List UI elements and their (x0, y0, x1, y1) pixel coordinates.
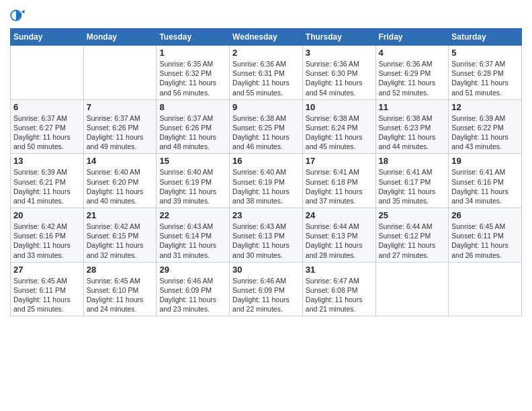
day-number: 25 (379, 210, 446, 220)
calendar-day-header: Wednesday (230, 29, 303, 46)
calendar-cell: 30Sunrise: 6:46 AM Sunset: 6:09 PM Dayli… (230, 262, 303, 316)
day-info: Sunrise: 6:46 AM Sunset: 6:09 PM Dayligh… (232, 276, 300, 314)
day-info: Sunrise: 6:47 AM Sunset: 6:08 PM Dayligh… (306, 276, 373, 314)
day-info: Sunrise: 6:37 AM Sunset: 6:27 PM Dayligh… (13, 113, 81, 152)
calendar-cell: 2Sunrise: 6:36 AM Sunset: 6:31 PM Daylig… (230, 46, 303, 100)
day-info: Sunrise: 6:46 AM Sunset: 6:09 PM Dayligh… (159, 276, 226, 314)
calendar-cell: 19Sunrise: 6:41 AM Sunset: 6:16 PM Dayli… (449, 154, 522, 208)
day-number: 17 (306, 156, 373, 166)
day-info: Sunrise: 6:40 AM Sunset: 6:20 PM Dayligh… (87, 167, 154, 205)
calendar-week-row: 13Sunrise: 6:39 AM Sunset: 6:21 PM Dayli… (11, 154, 522, 208)
calendar-cell: 23Sunrise: 6:43 AM Sunset: 6:13 PM Dayli… (230, 208, 303, 263)
calendar-cell: 21Sunrise: 6:42 AM Sunset: 6:15 PM Dayli… (83, 208, 157, 263)
day-info: Sunrise: 6:44 AM Sunset: 6:12 PM Dayligh… (379, 222, 446, 260)
calendar-cell: 8Sunrise: 6:37 AM Sunset: 6:26 PM Daylig… (157, 99, 230, 154)
day-number: 15 (159, 156, 226, 166)
day-number: 13 (13, 156, 81, 166)
calendar-cell: 5Sunrise: 6:37 AM Sunset: 6:28 PM Daylig… (449, 46, 522, 100)
day-info: Sunrise: 6:43 AM Sunset: 6:13 PM Dayligh… (232, 222, 300, 260)
logo-icon (10, 8, 25, 23)
day-number: 14 (87, 156, 154, 166)
day-number: 30 (232, 265, 300, 275)
day-number: 20 (13, 210, 81, 220)
day-info: Sunrise: 6:36 AM Sunset: 6:29 PM Dayligh… (379, 59, 446, 97)
day-number: 6 (13, 102, 81, 112)
day-info: Sunrise: 6:39 AM Sunset: 6:22 PM Dayligh… (451, 113, 519, 152)
calendar-cell (449, 262, 522, 316)
day-number: 4 (379, 48, 446, 58)
day-number: 11 (379, 102, 446, 112)
day-number: 9 (232, 102, 300, 112)
day-number: 16 (232, 156, 300, 166)
day-number: 23 (232, 210, 300, 220)
day-number: 31 (306, 265, 373, 275)
calendar-cell: 9Sunrise: 6:38 AM Sunset: 6:25 PM Daylig… (230, 99, 303, 154)
calendar-day-header: Friday (375, 29, 449, 46)
day-info: Sunrise: 6:37 AM Sunset: 6:26 PM Dayligh… (159, 113, 226, 152)
day-info: Sunrise: 6:38 AM Sunset: 6:25 PM Dayligh… (232, 113, 300, 152)
day-info: Sunrise: 6:38 AM Sunset: 6:23 PM Dayligh… (379, 113, 446, 152)
day-number: 5 (451, 48, 519, 58)
calendar-cell: 25Sunrise: 6:44 AM Sunset: 6:12 PM Dayli… (375, 208, 449, 263)
calendar-day-header: Sunday (11, 29, 84, 46)
day-number: 26 (451, 210, 519, 220)
calendar-cell: 31Sunrise: 6:47 AM Sunset: 6:08 PM Dayli… (302, 262, 375, 316)
day-number: 7 (87, 102, 154, 112)
calendar-cell (375, 262, 449, 316)
day-number: 18 (379, 156, 446, 166)
day-number: 21 (87, 210, 154, 220)
calendar-week-row: 1Sunrise: 6:35 AM Sunset: 6:32 PM Daylig… (11, 46, 522, 100)
calendar-cell: 28Sunrise: 6:45 AM Sunset: 6:10 PM Dayli… (83, 262, 157, 316)
calendar-day-header: Monday (83, 29, 157, 46)
day-info: Sunrise: 6:42 AM Sunset: 6:16 PM Dayligh… (13, 222, 81, 260)
calendar-day-header: Saturday (449, 29, 522, 46)
calendar-cell: 13Sunrise: 6:39 AM Sunset: 6:21 PM Dayli… (11, 154, 84, 208)
day-info: Sunrise: 6:37 AM Sunset: 6:26 PM Dayligh… (87, 113, 154, 152)
day-info: Sunrise: 6:45 AM Sunset: 6:10 PM Dayligh… (87, 276, 154, 314)
day-number: 28 (87, 265, 154, 275)
day-number: 29 (159, 265, 226, 275)
calendar-cell: 15Sunrise: 6:40 AM Sunset: 6:19 PM Dayli… (157, 154, 230, 208)
day-info: Sunrise: 6:42 AM Sunset: 6:15 PM Dayligh… (87, 222, 154, 260)
day-info: Sunrise: 6:39 AM Sunset: 6:21 PM Dayligh… (13, 167, 81, 205)
calendar-header-row: SundayMondayTuesdayWednesdayThursdayFrid… (11, 29, 522, 46)
calendar-cell: 7Sunrise: 6:37 AM Sunset: 6:26 PM Daylig… (83, 99, 157, 154)
calendar-cell: 3Sunrise: 6:36 AM Sunset: 6:30 PM Daylig… (302, 46, 375, 100)
day-number: 10 (306, 102, 373, 112)
day-info: Sunrise: 6:38 AM Sunset: 6:24 PM Dayligh… (306, 113, 373, 152)
calendar-cell: 26Sunrise: 6:45 AM Sunset: 6:11 PM Dayli… (449, 208, 522, 263)
day-info: Sunrise: 6:41 AM Sunset: 6:16 PM Dayligh… (451, 167, 519, 205)
calendar-cell: 17Sunrise: 6:41 AM Sunset: 6:18 PM Dayli… (302, 154, 375, 208)
calendar-cell: 6Sunrise: 6:37 AM Sunset: 6:27 PM Daylig… (11, 99, 84, 154)
calendar-cell: 14Sunrise: 6:40 AM Sunset: 6:20 PM Dayli… (83, 154, 157, 208)
day-info: Sunrise: 6:36 AM Sunset: 6:30 PM Dayligh… (306, 59, 373, 97)
calendar-cell: 27Sunrise: 6:45 AM Sunset: 6:11 PM Dayli… (11, 262, 84, 316)
calendar-cell: 22Sunrise: 6:43 AM Sunset: 6:14 PM Dayli… (157, 208, 230, 263)
day-info: Sunrise: 6:37 AM Sunset: 6:28 PM Dayligh… (451, 59, 519, 97)
calendar-week-row: 6Sunrise: 6:37 AM Sunset: 6:27 PM Daylig… (11, 99, 522, 154)
day-info: Sunrise: 6:41 AM Sunset: 6:18 PM Dayligh… (306, 167, 373, 205)
calendar-cell: 4Sunrise: 6:36 AM Sunset: 6:29 PM Daylig… (375, 46, 449, 100)
calendar-day-header: Thursday (302, 29, 375, 46)
calendar-cell (83, 46, 157, 100)
day-number: 24 (306, 210, 373, 220)
day-number: 8 (159, 102, 226, 112)
day-info: Sunrise: 6:43 AM Sunset: 6:14 PM Dayligh… (159, 222, 226, 260)
day-number: 19 (451, 156, 519, 166)
calendar-cell (11, 46, 84, 100)
calendar-cell: 16Sunrise: 6:40 AM Sunset: 6:19 PM Dayli… (230, 154, 303, 208)
day-info: Sunrise: 6:35 AM Sunset: 6:32 PM Dayligh… (159, 59, 226, 97)
logo (10, 7, 28, 23)
day-number: 3 (306, 48, 373, 58)
day-number: 1 (159, 48, 226, 58)
calendar-cell: 29Sunrise: 6:46 AM Sunset: 6:09 PM Dayli… (157, 262, 230, 316)
calendar-cell: 11Sunrise: 6:38 AM Sunset: 6:23 PM Dayli… (375, 99, 449, 154)
page-container: SundayMondayTuesdayWednesdayThursdayFrid… (0, 0, 532, 323)
calendar-cell: 24Sunrise: 6:44 AM Sunset: 6:13 PM Dayli… (302, 208, 375, 263)
day-info: Sunrise: 6:45 AM Sunset: 6:11 PM Dayligh… (451, 222, 519, 260)
calendar-cell: 12Sunrise: 6:39 AM Sunset: 6:22 PM Dayli… (449, 99, 522, 154)
day-number: 2 (232, 48, 300, 58)
day-number: 12 (451, 102, 519, 112)
calendar-day-header: Tuesday (157, 29, 230, 46)
day-info: Sunrise: 6:44 AM Sunset: 6:13 PM Dayligh… (306, 222, 373, 260)
